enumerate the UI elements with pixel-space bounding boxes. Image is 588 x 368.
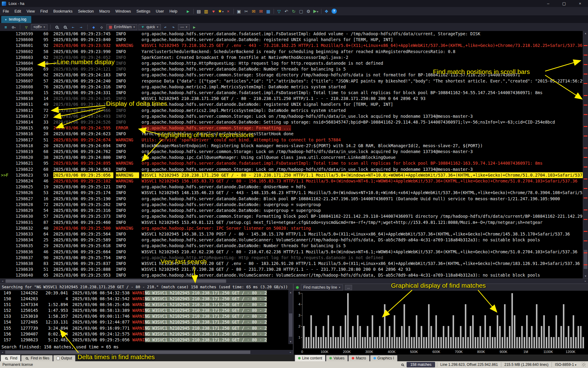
log-line[interactable]: 1298604602025/03/06 09:29:24:112INFOorg.… xyxy=(0,60,583,66)
tab-output[interactable]: Output xyxy=(53,355,75,361)
log-line[interactable]: 1298607572025/03/06 09:29:24:240INFOresp… xyxy=(0,78,583,84)
log-line[interactable]: 1298625192025/03/06 09:29:25:121INFOorg.… xyxy=(0,184,583,190)
scroll-up-icon[interactable]: ▲ xyxy=(288,290,293,295)
find-icon[interactable] xyxy=(55,26,58,29)
log-line[interactable]: 1298600952025/03/06 09:29:23:840INFOorg.… xyxy=(0,37,583,43)
log-line[interactable]: 1298605692025/03/06 09:29:24:121INFOorg.… xyxy=(0,66,583,72)
add-bookmark-icon[interactable]: ◆ xyxy=(90,25,97,29)
find-result-row[interactable]: 15312530101:58.3572025/03/06 09:00:11:74… xyxy=(0,313,288,319)
log-line[interactable]: 1298629542025/03/06 09:29:25:316INFOorg.… xyxy=(0,208,583,213)
import-mail-icon[interactable]: ✉ xyxy=(257,8,265,15)
log-line[interactable]: 1298638832025/03/06 09:29:25:837INFOW3SV… xyxy=(0,261,583,266)
log-line[interactable]: 1298601922025/03/06 09:29:23:932WARNINGW… xyxy=(0,43,583,48)
scroll-left-icon[interactable]: ◄ xyxy=(0,279,5,283)
maximize-button[interactable]: ▢ xyxy=(556,0,572,7)
tab-find-in-files[interactable]: Find in files xyxy=(21,355,53,361)
tab-values[interactable]: Values xyxy=(326,355,348,361)
resize-grip[interactable] xyxy=(582,363,586,366)
scroll-right-icon[interactable]: ► xyxy=(583,279,588,283)
menu-user[interactable]: User xyxy=(153,9,167,13)
new-file-icon[interactable]: ▤ xyxy=(195,8,203,15)
log-line[interactable]: 1298614332025/03/06 09:29:24:526INFOorg.… xyxy=(0,119,583,125)
reload-icon[interactable]: ↻ xyxy=(290,8,298,15)
menu-windows[interactable]: Windows xyxy=(113,9,134,13)
find-all-icon[interactable] xyxy=(64,26,66,29)
tab-macro[interactable]: Macro xyxy=(348,355,369,361)
clear-bookmark-icon[interactable]: ◇ xyxy=(98,25,105,29)
copy-icon[interactable]: ▣ xyxy=(235,8,243,15)
level-filter-icon[interactable]: ▽ xyxy=(23,25,30,29)
undo-filter-icon[interactable]: ↶ xyxy=(162,25,169,29)
bookmarks-icon[interactable]: ★▾ xyxy=(217,8,225,15)
log-line[interactable]: 1298633642025/03/06 09:29:25:564INFOW3SV… xyxy=(0,231,583,237)
open-file-icon[interactable]: ▥ xyxy=(203,8,210,15)
quick-filter-combo[interactable]: ▼quick▾ xyxy=(138,24,161,30)
menu-file[interactable]: File xyxy=(0,9,12,13)
find-result-row[interactable]: 15712986235:12.4812025/03/06 09:29:25:05… xyxy=(0,337,288,343)
log-line[interactable]: 1298634252025/03/06 09:29:25:589INFOorg.… xyxy=(0,237,583,243)
menu-selection[interactable]: Selection xyxy=(75,9,96,13)
log-line[interactable]: 1298603622025/03/06 09:29:24:052INFOSpar… xyxy=(0,55,583,60)
find-result-row[interactable]: 15612904078:02.8042025/03/06 09:24:12:57… xyxy=(0,331,288,337)
log-line[interactable]: 1298637902025/03/06 09:29:25:754INFOorg.… xyxy=(0,255,583,261)
minimize-button[interactable]: – xyxy=(540,0,556,7)
close-file-icon[interactable]: × xyxy=(225,8,232,15)
log-line[interactable]: 1298626532025/03/06 09:29:25:174INFOW3SV… xyxy=(0,190,583,196)
tab-testlog[interactable]: ● testlog.log xyxy=(1,16,31,23)
scrollbar-thumb[interactable] xyxy=(5,351,250,354)
scrollbar-thumb[interactable] xyxy=(289,313,292,337)
find-result-row[interactable]: 15512777393:24.8942025/03/06 09:16:09:77… xyxy=(0,325,288,331)
log-line[interactable]: 1298615692025/03/06 09:29:24:595ERRORorg… xyxy=(0,125,583,131)
log-line[interactable]: 1298602582025/03/06 09:29:23:990INFOYarn… xyxy=(0,49,583,55)
export-mail-icon[interactable]: ✉ xyxy=(250,8,257,15)
undo-icon[interactable]: ↶ xyxy=(283,8,290,15)
next-match-icon[interactable]: → xyxy=(78,25,85,29)
redo-filter-icon[interactable]: ↷ xyxy=(170,25,177,29)
line-levels-icon[interactable]: ≡ xyxy=(2,25,9,29)
log-line[interactable]: 1298627162025/03/06 09:29:25:190INFOorg.… xyxy=(0,196,583,202)
log-line[interactable]: 1298632402025/03/06 09:29:25:500WARNINGo… xyxy=(0,225,583,231)
log-line[interactable]: 1298611492025/03/06 09:29:24:394INFOorg.… xyxy=(0,102,583,107)
log-line[interactable]: 1298618202025/03/06 09:29:24:694INFOBloc… xyxy=(0,143,583,149)
run-icon[interactable]: ▶▾ xyxy=(312,8,320,15)
find-result-row[interactable]: 15112473341:52.8942025/03/06 08:56:25:43… xyxy=(0,302,288,308)
log-line[interactable]: 1298610142025/03/06 09:29:24:345INFOW3SV… xyxy=(0,96,583,102)
chart-more-button[interactable]: ... xyxy=(345,285,352,290)
close-button[interactable]: × xyxy=(572,0,588,7)
log-line[interactable]: 1298619682025/03/06 09:29:24:762INFOorg.… xyxy=(0,149,583,155)
log-line[interactable]: 1298609152025/03/06 09:29:24:331INFOorg.… xyxy=(0,90,583,96)
log-line[interactable]: 1298621952025/03/06 09:29:24:895WARNINGo… xyxy=(0,160,583,166)
prev-match-icon[interactable]: ← xyxy=(70,25,77,29)
menu-edit[interactable]: Edit xyxy=(12,9,24,13)
menu-bookmarks[interactable]: Bookmarks xyxy=(51,9,75,13)
filter-icon[interactable]: ▽ xyxy=(275,8,283,15)
menu-view[interactable]: View xyxy=(24,9,38,13)
log-line[interactable]: 1298630572025/03/06 09:29:25:373INFOorg.… xyxy=(0,213,583,219)
tab-graphics-l[interactable]: Graphics l xyxy=(370,355,397,361)
chat-icon[interactable]: ❖ xyxy=(323,8,330,15)
log-line[interactable]: 1298635292025/03/06 09:29:25:618INFOorg.… xyxy=(0,243,583,249)
tab-line-content[interactable]: Line content xyxy=(295,355,325,361)
log-line[interactable]: 1298628722025/03/06 09:29:25:262INFOorg.… xyxy=(0,202,583,208)
find-vertical-scrollbar[interactable]: ▲ ▼ xyxy=(288,290,293,344)
start-search-icon[interactable]: ▶ xyxy=(191,25,198,29)
scrollbar-thumb[interactable] xyxy=(6,279,226,283)
find-result-row[interactable]: 15212501451:47.9532025/03/06 08:58:13:38… xyxy=(0,308,288,313)
find-result-row[interactable]: 150124426342025/03/06 08:54:32:542WARNIN… xyxy=(0,296,288,302)
menu-help[interactable]: Help xyxy=(167,9,180,13)
scroll-down-icon[interactable]: ▼ xyxy=(288,339,293,344)
scroll-left-icon[interactable]: ◄ xyxy=(0,350,5,355)
settings-icon[interactable]: ⚙ xyxy=(305,8,312,15)
help-icon[interactable]: ? xyxy=(332,9,337,14)
log-line[interactable]: 1298599602025/03/06 09:29:23:745INFOorg.… xyxy=(0,31,583,37)
scroll-up-icon[interactable]: ▲ xyxy=(583,31,588,36)
pointer-icon[interactable]: ► xyxy=(184,8,192,15)
filter-combo[interactable]: <off>▾ xyxy=(31,24,47,30)
log-line[interactable]: 1298640652025/03/06 09:29:25:953INFOorg.… xyxy=(0,272,583,278)
log-line[interactable]: 1298617512025/03/06 09:29:24:674WARNINGU… xyxy=(0,137,583,143)
scroll-down-icon[interactable]: ▼ xyxy=(583,274,588,278)
find-horizontal-scrollbar[interactable]: ◄ ► xyxy=(0,350,293,355)
find-result-row[interactable]: 154127248512:33.1312025/03/06 09:12:44:8… xyxy=(0,319,288,325)
log-line[interactable]: 1298613272025/03/06 09:29:24:493INFOorg.… xyxy=(0,113,583,119)
cut-icon[interactable]: ✂ xyxy=(243,8,250,15)
